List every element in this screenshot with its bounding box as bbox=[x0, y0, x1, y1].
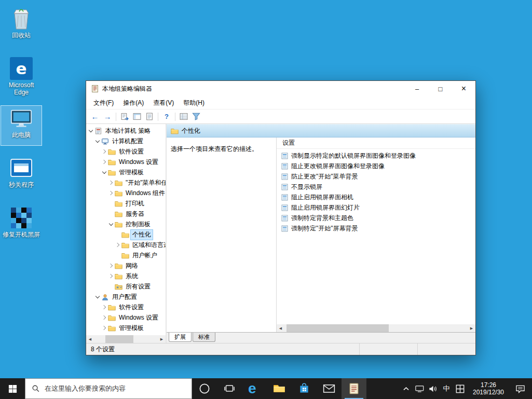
close-button[interactable]: × bbox=[452, 81, 475, 97]
selected-node-header: 个性化 bbox=[167, 124, 475, 137]
tree-item-3[interactable]: Windows 设置 bbox=[86, 157, 166, 167]
tree-item-9[interactable]: 控制面板 bbox=[86, 219, 166, 229]
desktop-icon-microsoft-edge[interactable]: eMicrosoft Edge bbox=[1, 56, 42, 95]
properties-button[interactable] bbox=[145, 112, 154, 121]
setting-item-2[interactable]: 防止更改"开始"菜单背景 bbox=[277, 171, 475, 182]
menu-view[interactable]: 查看(V) bbox=[148, 97, 179, 109]
view-tab-extended[interactable]: 扩展 bbox=[169, 333, 192, 342]
collapse-arrow-icon[interactable] bbox=[107, 223, 114, 225]
scroll-right-arrow-icon[interactable] bbox=[158, 335, 166, 343]
maximize-button[interactable]: □ bbox=[429, 81, 452, 97]
settings-column-header[interactable]: 设置 bbox=[277, 137, 475, 149]
minimize-button[interactable]: – bbox=[405, 81, 429, 97]
tree-item-13[interactable]: 网络 bbox=[86, 260, 166, 271]
collapse-arrow-icon[interactable] bbox=[94, 296, 101, 298]
action-center-icon bbox=[515, 384, 525, 393]
expand-arrow-icon[interactable] bbox=[114, 243, 121, 246]
tree-item-label: 区域和语言选项 bbox=[131, 240, 166, 250]
scrollbar-thumb[interactable] bbox=[287, 324, 389, 332]
scrollbar-track[interactable] bbox=[94, 335, 158, 343]
tree-item-2[interactable]: 软件设置 bbox=[86, 146, 166, 157]
setting-item-7[interactable]: 强制特定"开始"屏幕背景 bbox=[277, 223, 475, 233]
menu-help[interactable]: 帮助(H) bbox=[179, 97, 209, 109]
expand-arrow-icon[interactable] bbox=[101, 160, 107, 163]
expand-arrow-icon[interactable] bbox=[107, 181, 114, 184]
setting-item-6[interactable]: 强制特定背景和主题色 bbox=[277, 213, 475, 223]
tree-horizontal-scrollbar[interactable] bbox=[86, 335, 166, 343]
setting-item-3[interactable]: 不显示锁屏 bbox=[277, 182, 475, 192]
expand-arrow-icon[interactable] bbox=[107, 191, 114, 195]
tree-item-6[interactable]: Windows 组件 bbox=[86, 188, 166, 198]
taskbar-search[interactable]: 在这里输入你要搜索的内容 bbox=[25, 378, 192, 399]
window-titlebar[interactable]: 本地组策略编辑器 –□× bbox=[86, 81, 475, 97]
collapse-arrow-icon[interactable] bbox=[87, 130, 94, 132]
expand-arrow-icon[interactable] bbox=[101, 306, 107, 309]
tree-item-11[interactable]: 区域和语言选项 bbox=[86, 240, 166, 250]
desktop-icon-fix-blackscreen-app[interactable]: 修复开机黑屏 bbox=[1, 205, 42, 245]
scroll-left-arrow-icon[interactable] bbox=[86, 335, 94, 343]
desktop-icon-miaoguan-app[interactable]: 秒关程序 bbox=[1, 156, 42, 195]
ime-language-indicator[interactable]: 中 bbox=[440, 378, 453, 399]
expand-arrow-icon[interactable] bbox=[107, 274, 114, 278]
setting-item-0[interactable]: 强制显示特定的默认锁屏界面图像和登录图像 bbox=[277, 150, 475, 161]
back-button[interactable]: ← bbox=[90, 112, 100, 121]
tree-item-8[interactable]: 服务器 bbox=[86, 209, 166, 219]
list-view-button[interactable] bbox=[179, 112, 188, 121]
expand-arrow-icon[interactable] bbox=[101, 316, 107, 319]
tree-item-14[interactable]: 系统 bbox=[86, 271, 166, 281]
collapse-arrow-icon[interactable] bbox=[94, 140, 101, 142]
taskbar-clock[interactable]: 17:26 2019/12/30 bbox=[467, 381, 510, 396]
tree-item-1[interactable]: 计算机配置 bbox=[86, 136, 166, 146]
gpedit-window-icon bbox=[91, 85, 99, 93]
file-explorer-button[interactable] bbox=[267, 378, 292, 399]
tree-item-18[interactable]: Windows 设置 bbox=[86, 312, 166, 323]
tree-item-10[interactable]: 个性化 bbox=[86, 229, 166, 240]
tree-item-5[interactable]: "开始"菜单和任务栏 bbox=[86, 177, 166, 188]
expand-arrow-icon[interactable] bbox=[101, 150, 107, 153]
expand-arrow-icon[interactable] bbox=[107, 264, 114, 267]
start-button[interactable] bbox=[0, 378, 25, 399]
show-console-tree-button[interactable] bbox=[132, 112, 142, 121]
help-button[interactable]: ? bbox=[162, 112, 171, 121]
ime-mode-button[interactable] bbox=[453, 378, 467, 399]
collapse-arrow-icon[interactable] bbox=[101, 171, 107, 173]
tree-item-15[interactable]: 所有设置 bbox=[86, 281, 166, 292]
scrollbar-track[interactable] bbox=[284, 324, 468, 332]
forward-button[interactable]: → bbox=[103, 112, 112, 121]
toolbar: ←→? bbox=[86, 109, 475, 124]
tree-item-19[interactable]: 管理模板 bbox=[86, 323, 166, 333]
desktop-icon-recycle-bin[interactable]: 回收站 bbox=[1, 6, 42, 46]
tree-item-16[interactable]: 用户配置 bbox=[86, 292, 166, 302]
expand-arrow-icon[interactable] bbox=[101, 326, 107, 329]
export-list-button[interactable] bbox=[120, 112, 129, 121]
mail-button[interactable] bbox=[317, 378, 342, 399]
setting-item-4[interactable]: 阻止启用锁屏界面相机 bbox=[277, 192, 475, 202]
gpedit-taskbar-button[interactable] bbox=[342, 378, 366, 399]
network-tray-icon[interactable] bbox=[413, 378, 426, 399]
edge-taskbar-button[interactable]: e bbox=[242, 378, 267, 399]
menu-file[interactable]: 文件(F) bbox=[89, 97, 118, 109]
setting-item-5[interactable]: 阻止启用锁屏界面幻灯片 bbox=[277, 202, 475, 213]
tree-item-7[interactable]: 打印机 bbox=[86, 198, 166, 209]
desktop-icon-this-pc[interactable]: 此电脑 bbox=[1, 106, 42, 145]
setting-item-1[interactable]: 阻止更改锁屏界面图像和登录图像 bbox=[277, 161, 475, 171]
tree-item-label: Windows 设置 bbox=[117, 157, 160, 167]
task-view-button[interactable] bbox=[217, 378, 242, 399]
tree-item-0[interactable]: 本地计算机 策略 bbox=[86, 126, 166, 136]
tree-item-12[interactable]: 用户帐户 bbox=[86, 250, 166, 260]
tree-item-17[interactable]: 软件设置 bbox=[86, 302, 166, 312]
scroll-right-arrow-icon[interactable] bbox=[468, 324, 475, 332]
filter-button[interactable] bbox=[192, 112, 201, 121]
toolbar-separator bbox=[175, 113, 175, 121]
menu-action[interactable]: 操作(A) bbox=[118, 97, 148, 109]
volume-tray-icon[interactable] bbox=[426, 378, 440, 399]
tree-item-4[interactable]: 管理模板 bbox=[86, 167, 166, 177]
tray-expand-button[interactable] bbox=[399, 378, 413, 399]
action-center-button[interactable] bbox=[510, 378, 530, 399]
cortana-button[interactable] bbox=[192, 378, 217, 399]
scrollbar-thumb[interactable] bbox=[105, 335, 133, 343]
view-tab-standard[interactable]: 标准 bbox=[193, 333, 215, 342]
store-button[interactable] bbox=[292, 378, 317, 399]
scroll-left-arrow-icon[interactable] bbox=[277, 324, 284, 332]
settings-horizontal-scrollbar[interactable] bbox=[277, 324, 475, 332]
